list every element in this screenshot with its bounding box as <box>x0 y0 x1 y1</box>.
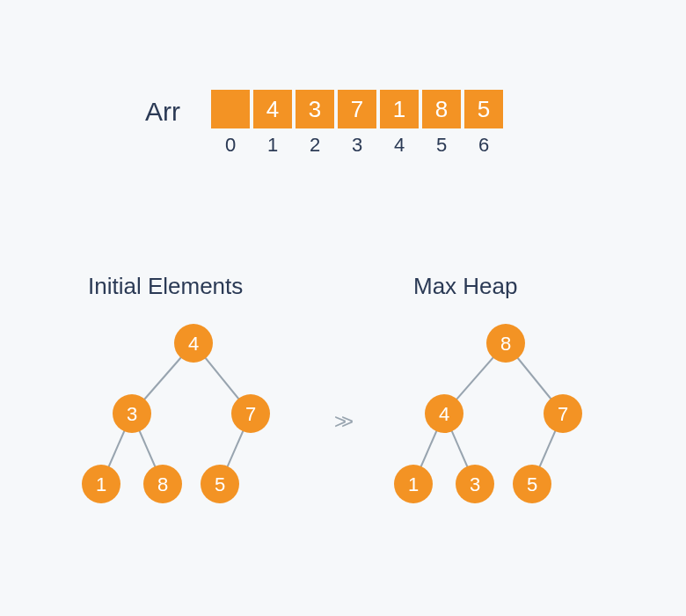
index-row: 0 1 2 3 4 5 6 <box>211 134 503 157</box>
index-cell-5: 5 <box>422 134 461 157</box>
index-cell-0: 0 <box>211 134 250 157</box>
index-cell-2: 2 <box>296 134 334 157</box>
max-heap-tree: 8 4 7 1 3 5 <box>374 308 620 537</box>
array-cell-6: 5 <box>464 90 503 128</box>
index-cell-3: 3 <box>338 134 376 157</box>
array-row: 4 3 7 1 8 5 <box>211 90 503 128</box>
array-cell-5: 8 <box>422 90 461 128</box>
tree-node-value: 7 <box>558 403 568 425</box>
tree-node-value: 1 <box>96 473 106 495</box>
tree-node-value: 4 <box>439 403 449 425</box>
array-cell-3: 7 <box>338 90 376 128</box>
array-cell-4: 1 <box>380 90 419 128</box>
initial-elements-title: Initial Elements <box>88 273 243 300</box>
tree-node-value: 3 <box>470 473 480 495</box>
max-heap-title: Max Heap <box>413 273 518 300</box>
initial-tree: 4 3 7 1 8 5 <box>62 308 308 537</box>
index-cell-6: 6 <box>464 134 503 157</box>
index-cell-1: 1 <box>253 134 292 157</box>
array-label: Arr <box>145 97 180 127</box>
array-cell-0 <box>211 90 250 128</box>
tree-node-value: 5 <box>215 473 225 495</box>
array-cell-2: 3 <box>296 90 334 128</box>
index-cell-4: 4 <box>380 134 419 157</box>
tree-node-value: 8 <box>157 473 168 495</box>
tree-node-value: 4 <box>188 333 199 355</box>
tree-node-value: 8 <box>500 333 511 355</box>
arrow-icon: >> <box>334 409 348 434</box>
tree-node-value: 3 <box>127 403 137 425</box>
tree-node-value: 7 <box>245 403 256 425</box>
tree-node-value: 5 <box>527 473 537 495</box>
tree-node-value: 1 <box>408 473 419 495</box>
array-cell-1: 4 <box>253 90 292 128</box>
